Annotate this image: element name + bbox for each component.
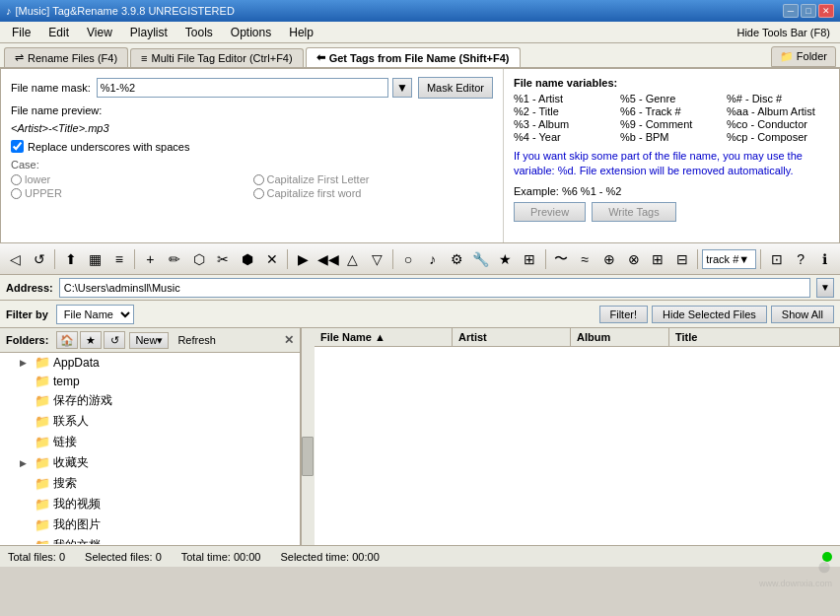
tools-button[interactable]: 🔧 <box>470 247 493 271</box>
merge-button[interactable]: ⊞ <box>647 247 669 271</box>
add-files-button[interactable]: + <box>139 247 162 271</box>
hide-selected-files-button[interactable]: Hide Selected Files <box>652 306 767 323</box>
folder-pictures[interactable]: 📁 我的图片 <box>0 514 300 535</box>
paste-button[interactable]: ⬢ <box>237 247 259 271</box>
folders-pane: Folders: 🏠 ★ ↺ New▾ Refresh ✕ ▶ 📁 AppDat… <box>0 328 301 545</box>
back-button[interactable]: ◁ <box>4 247 27 271</box>
folders-header: Folders: 🏠 ★ ↺ New▾ Refresh ✕ <box>0 328 300 353</box>
edit-button[interactable]: ✏ <box>164 247 186 271</box>
folder-scrollbar[interactable] <box>301 328 315 545</box>
case-label: Case: <box>11 159 493 171</box>
folder-name: 联系人 <box>53 413 89 430</box>
triangle-down-button[interactable]: ▽ <box>366 247 388 271</box>
preview-button[interactable]: Preview <box>514 202 586 222</box>
rename-btn2[interactable]: ⊟ <box>671 247 694 271</box>
play-button[interactable]: ▶ <box>292 247 315 271</box>
replace-underscores-label: Replace underscores with spaces <box>28 141 189 153</box>
menu-help[interactable]: Help <box>281 24 321 41</box>
wave-button[interactable]: 〜 <box>550 247 573 271</box>
var-bpm: %b - BPM <box>620 131 723 143</box>
folder-contacts[interactable]: 📁 联系人 <box>0 411 300 432</box>
track-number-input[interactable] <box>702 249 756 269</box>
cut-button[interactable]: ✂ <box>212 247 235 271</box>
col-title[interactable]: Title <box>669 328 840 346</box>
filter-button[interactable]: Filter! <box>599 306 649 323</box>
list-view-button[interactable]: ▦ <box>84 247 106 271</box>
case-capitalize-first-word-radio[interactable] <box>253 188 264 199</box>
menu-edit[interactable]: Edit <box>40 24 77 41</box>
minimize-button[interactable]: ─ <box>783 4 799 18</box>
case-lower-radio[interactable] <box>11 174 22 185</box>
fx-button[interactable]: ⊕ <box>598 247 621 271</box>
info-button[interactable]: ℹ <box>814 247 837 271</box>
folder-documents[interactable]: 📁 我的文档 <box>0 535 300 544</box>
write-tags-button[interactable]: Write Tags <box>592 202 676 222</box>
close-button[interactable]: ✕ <box>818 4 834 18</box>
grid-button[interactable]: ⊞ <box>519 247 541 271</box>
show-all-button[interactable]: Show All <box>771 306 834 323</box>
help-button[interactable]: ? <box>790 247 812 271</box>
mask-dropdown-icon[interactable]: ▼ <box>392 78 412 98</box>
music-button[interactable]: ♪ <box>421 247 444 271</box>
var-comment: %9 - Comment <box>620 118 723 130</box>
address-label: Address: <box>6 282 53 294</box>
copy-button[interactable]: ⬡ <box>187 247 210 271</box>
maximize-button[interactable]: □ <box>801 4 816 18</box>
menu-tools[interactable]: Tools <box>177 24 221 41</box>
address-input[interactable] <box>59 278 810 298</box>
tab-rename-files[interactable]: ⇌ Rename Files (F4) <box>4 47 128 67</box>
folder-appdata[interactable]: ▶ 📁 AppData <box>0 353 300 372</box>
fx2-button[interactable]: ⊗ <box>622 247 645 271</box>
folder-up-button[interactable]: ⬆ <box>59 247 82 271</box>
refresh-tool-button[interactable]: ↺ <box>29 247 51 271</box>
folder-icon-search: 📁 <box>35 476 50 491</box>
details-view-button[interactable]: ≡ <box>108 247 131 271</box>
col-album[interactable]: Album <box>571 328 669 346</box>
settings-button[interactable]: ⚙ <box>446 247 468 271</box>
tab-get-tags[interactable]: ⬅ Get Tags from File Name (Shift+F4) <box>306 47 521 67</box>
menu-playlist[interactable]: Playlist <box>122 24 175 41</box>
star-button[interactable]: ★ <box>494 247 517 271</box>
menu-view[interactable]: View <box>79 24 120 41</box>
var-disc: %# - Disc # <box>727 93 829 104</box>
menu-file[interactable]: File <box>4 24 38 41</box>
col-artist[interactable]: Artist <box>453 328 571 346</box>
folder-saved-games[interactable]: 📁 保存的游戏 <box>0 390 300 411</box>
col-filename[interactable]: File Name ▲ <box>315 328 453 346</box>
mask-input[interactable] <box>97 78 388 98</box>
address-dropdown-button[interactable]: ▼ <box>816 278 834 298</box>
files-pane: File Name ▲ Artist Album Title <box>315 328 840 545</box>
refresh-button[interactable]: Refresh <box>173 333 221 347</box>
mask-editor-button[interactable]: Mask Editor <box>418 77 493 99</box>
var-album: %3 - Album <box>514 118 616 130</box>
folder-bookmark-button[interactable]: ★ <box>80 331 102 349</box>
folder-search[interactable]: 📁 搜索 <box>0 473 300 494</box>
folder-temp[interactable]: 📁 temp <box>0 372 300 390</box>
replace-underscores-checkbox[interactable] <box>11 140 24 153</box>
hide-tools-bar-button[interactable]: Hide Tools Bar (F8) <box>731 25 836 40</box>
folder-links[interactable]: 📁 链接 <box>0 432 300 452</box>
folder-home-button[interactable]: 🏠 <box>56 331 78 349</box>
folder-videos[interactable]: 📁 我的视频 <box>0 494 300 514</box>
total-time-label: Total time: 00:00 <box>181 551 261 563</box>
filter-type-select[interactable]: File Name Artist Album Title <box>56 305 134 324</box>
tab-folder[interactable]: 📁 Folder <box>771 46 836 67</box>
misc1-button[interactable]: ⊡ <box>765 247 788 271</box>
case-upper-radio[interactable] <box>11 188 22 199</box>
close-folders-button[interactable]: ✕ <box>284 333 294 347</box>
delete-button[interactable]: ✕ <box>260 247 283 271</box>
folder-refresh-mini-button[interactable]: ↺ <box>104 331 125 349</box>
circle-button[interactable]: ○ <box>397 247 420 271</box>
new-folder-button[interactable]: New▾ <box>129 332 169 349</box>
eq-button[interactable]: ≈ <box>574 247 596 271</box>
menu-options[interactable]: Options <box>223 24 279 41</box>
case-capitalize-first-letter-radio[interactable] <box>253 174 264 185</box>
tab-multi-tag-editor[interactable]: ≡ Multi File Tag Editor (Ctrl+F4) <box>130 48 304 67</box>
scroll-thumb[interactable] <box>302 437 314 476</box>
folder-favorites[interactable]: ▶ 📁 收藏夹 <box>0 452 300 473</box>
var-track: %6 - Track # <box>620 105 723 117</box>
stop-button[interactable]: ◀◀ <box>316 247 340 271</box>
right-panel: File name variables: %1 - Artist %5 - Ge… <box>504 69 839 242</box>
app-icon: ♪ <box>6 5 12 17</box>
triangle-up-button[interactable]: △ <box>342 247 365 271</box>
